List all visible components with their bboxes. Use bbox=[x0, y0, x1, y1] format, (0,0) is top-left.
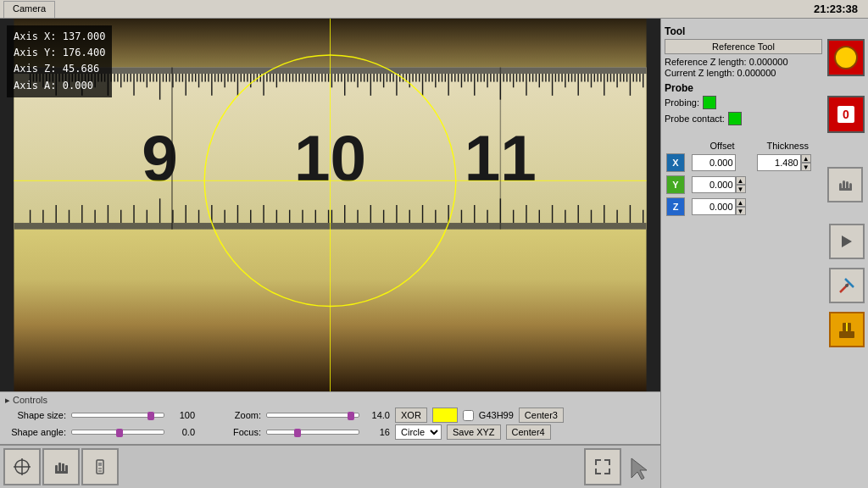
center4-button[interactable]: Center4 bbox=[506, 424, 551, 440]
shape-angle-label: Shape angle: bbox=[5, 427, 66, 437]
shape-size-value: 100 bbox=[170, 410, 195, 420]
thickness-header: Thickness bbox=[755, 140, 821, 152]
y-offset-down[interactable]: ▼ bbox=[736, 185, 746, 193]
zoom-value: 14.0 bbox=[364, 410, 390, 420]
svg-rect-259 bbox=[97, 460, 103, 474]
axis-x-value: 137.000 bbox=[63, 30, 106, 42]
controls-toggle[interactable]: ▸ Controls bbox=[5, 395, 655, 406]
g43-checkbox[interactable] bbox=[463, 410, 474, 421]
z-offset-up[interactable]: ▲ bbox=[736, 198, 746, 207]
toolbar-btn-crosshair[interactable] bbox=[3, 448, 41, 485]
right-panel: Tool Reference Tool Reference Z length: … bbox=[660, 19, 868, 488]
x-axis-icon: X bbox=[666, 153, 685, 172]
ref-z-label: Reference Z length: 0.000000 bbox=[665, 57, 822, 67]
top-bar: Camera 21:23:38 bbox=[0, 0, 868, 19]
zoom-slider[interactable] bbox=[266, 413, 359, 418]
toolbar-btn-3[interactable] bbox=[81, 448, 119, 485]
toolbar-btn-expand[interactable] bbox=[584, 448, 621, 485]
y-offset-up[interactable]: ▲ bbox=[736, 176, 746, 185]
x-offset-row: X 0.000 1.480 ▲ ▼ bbox=[665, 152, 865, 174]
cursor-indicator bbox=[623, 454, 657, 480]
hand-button[interactable] bbox=[827, 167, 863, 202]
xor-button[interactable]: XOR bbox=[395, 408, 427, 423]
focus-value: 16 bbox=[364, 427, 390, 437]
svg-marker-269 bbox=[842, 236, 852, 247]
axis-a-label: Axis A: bbox=[14, 80, 57, 92]
x-thickness-down[interactable]: ▼ bbox=[801, 163, 811, 171]
svg-rect-273 bbox=[839, 331, 854, 338]
shape-angle-row: Shape angle: 0.0 Focus: 16 Circle Save X… bbox=[5, 424, 655, 440]
color-swatch[interactable] bbox=[432, 408, 458, 423]
focus-label: Focus: bbox=[200, 427, 261, 437]
cur-z-label: Current Z length: 0.000000 bbox=[665, 68, 822, 78]
shape-dropdown[interactable]: Circle bbox=[395, 424, 442, 440]
controls-strip: ▸ Controls Shape size: 100 Zoom: 14.0 XO… bbox=[0, 391, 660, 444]
probe-contact-status bbox=[728, 112, 742, 125]
probe-button[interactable]: 0 bbox=[827, 96, 865, 133]
focus-slider[interactable] bbox=[266, 430, 359, 435]
shape-angle-slider[interactable] bbox=[71, 430, 164, 435]
zoom-label: Zoom: bbox=[200, 410, 261, 420]
axis-x-label: Axis X: bbox=[14, 30, 57, 42]
svg-rect-258 bbox=[55, 471, 68, 474]
probe-contact-row: Probe contact: bbox=[665, 112, 824, 125]
x-thickness-up[interactable]: ▲ bbox=[801, 154, 811, 163]
axis-z-value: 45.686 bbox=[63, 63, 99, 75]
x-thickness-input[interactable]: 1.480 bbox=[757, 154, 801, 171]
probing-status-green bbox=[703, 96, 716, 109]
z-axis-icon: Z bbox=[666, 197, 685, 216]
shape-angle-value: 0.0 bbox=[170, 427, 195, 437]
shape-size-slider[interactable] bbox=[71, 413, 164, 418]
main-area: 9 10 11 bbox=[0, 19, 868, 488]
probing-row: Probing: bbox=[665, 96, 824, 109]
g43-label: G43H99 bbox=[479, 410, 514, 420]
probe-contact-label: Probe contact: bbox=[665, 114, 725, 124]
y-axis-icon: Y bbox=[666, 175, 685, 194]
action-button[interactable] bbox=[829, 312, 865, 347]
arrow-right-button[interactable] bbox=[829, 224, 865, 259]
svg-rect-268 bbox=[839, 188, 852, 191]
svg-point-272 bbox=[845, 284, 849, 287]
axis-info: Axis X: 137.000 Axis Y: 176.400 Axis Z: … bbox=[7, 25, 112, 97]
z-offset-down[interactable]: ▼ bbox=[736, 207, 746, 215]
probing-label: Probing: bbox=[665, 97, 699, 108]
tool-ref-row: Reference Tool Reference Z length: 0.000… bbox=[665, 39, 865, 79]
estop-button[interactable] bbox=[827, 39, 865, 76]
reference-tool-button[interactable]: Reference Tool bbox=[665, 39, 822, 54]
y-offset-input[interactable]: 0.000 bbox=[692, 176, 736, 193]
camera-view: 9 10 11 bbox=[0, 19, 660, 391]
save-xyz-button[interactable]: Save XYZ bbox=[447, 424, 501, 440]
axis-y-label: Axis Y: bbox=[14, 47, 57, 58]
probe-section-label: Probe bbox=[665, 82, 865, 94]
axis-y-value: 176.400 bbox=[63, 47, 106, 58]
time-display: 21:23:38 bbox=[814, 3, 865, 15]
svg-marker-263 bbox=[632, 458, 647, 480]
offset-table: Offset Thickness X 0.000 1.480 bbox=[665, 140, 865, 218]
offset-header: Offset bbox=[690, 140, 755, 152]
x-offset-input[interactable]: 0.000 bbox=[692, 154, 736, 171]
svg-rect-260 bbox=[98, 463, 102, 466]
toolbar-btn-hand[interactable] bbox=[42, 448, 80, 485]
shape-size-label: Shape size: bbox=[5, 410, 66, 420]
camera-tab[interactable]: Camera bbox=[3, 1, 55, 18]
z-offset-input[interactable]: 0.000 bbox=[692, 198, 736, 215]
tool-section-label: Tool bbox=[665, 25, 865, 37]
shape-size-row: Shape size: 100 Zoom: 14.0 XOR G43H99 Ce… bbox=[5, 408, 655, 423]
axis-z-label: Axis Z: bbox=[14, 63, 57, 75]
bottom-toolbar bbox=[0, 444, 660, 488]
center3-button[interactable]: Center3 bbox=[519, 408, 564, 423]
tools-button[interactable] bbox=[829, 268, 865, 303]
axis-a-value: 0.000 bbox=[63, 80, 93, 92]
